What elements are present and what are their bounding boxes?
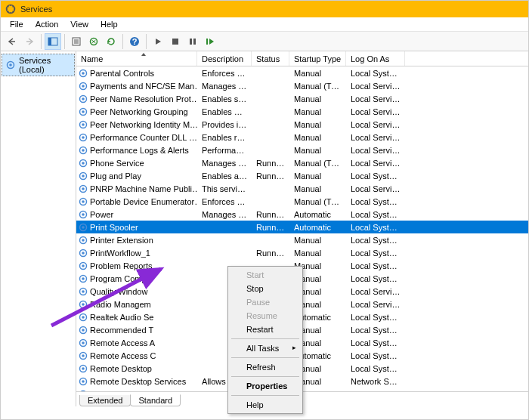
ctx-properties[interactable]: Properties [230, 379, 301, 393]
properties-button[interactable] [68, 33, 85, 50]
export-button[interactable] [85, 33, 102, 50]
ctx-separator [231, 357, 299, 358]
service-status [252, 72, 289, 75]
svg-point-29 [82, 149, 85, 152]
tree-services-local[interactable]: Services (Local) [2, 54, 75, 76]
column-header-name[interactable]: Name [76, 51, 197, 66]
service-row[interactable]: Parental ControlsEnforces pa…ManualLocal… [76, 66, 528, 79]
column-header-description[interactable]: Description [197, 51, 252, 66]
column-header-logon[interactable]: Log On As [346, 51, 405, 66]
right-pane: Name Description Status Startup Type Log… [76, 51, 528, 406]
service-row[interactable]: PNRP Machine Name Publi…This service …Ma… [76, 182, 528, 195]
svg-point-65 [82, 380, 85, 383]
start-service-button[interactable] [150, 33, 166, 50]
ctx-stop[interactable]: Stop [230, 282, 301, 295]
service-status [252, 85, 289, 88]
service-row[interactable]: Performance Counter DLL …Enables rem…Man… [76, 131, 528, 144]
service-description: Enforces pa… [197, 67, 252, 79]
service-logon: Local Service [346, 157, 405, 169]
service-row[interactable]: Print SpoolerRunningAutomaticLocal Syste… [76, 221, 528, 233]
menu-help[interactable]: Help [94, 18, 124, 30]
ctx-help[interactable]: Help [230, 398, 301, 412]
service-row[interactable]: Portable Device Enumerator…Enforces gr…M… [76, 195, 528, 208]
forward-button[interactable] [21, 33, 38, 50]
tab-standard[interactable]: Standard [130, 394, 181, 406]
gear-icon [78, 376, 88, 387]
svg-point-53 [82, 303, 85, 306]
gear-icon [78, 222, 88, 233]
service-logon: Local Syste… [346, 170, 405, 182]
column-header-status[interactable]: Status [252, 51, 289, 66]
pause-service-button[interactable] [184, 33, 201, 50]
show-tree-button[interactable] [45, 33, 61, 50]
service-logon: Local Syste… [346, 208, 405, 221]
service-row[interactable]: Peer Name Resolution Prot…Enables serv…M… [76, 92, 528, 105]
service-startup: Manual [289, 106, 346, 118]
svg-point-57 [82, 329, 85, 332]
service-name: Radio Managem [90, 300, 151, 309]
tab-extended[interactable]: Extended [79, 395, 131, 406]
refresh-button[interactable] [103, 33, 119, 50]
stop-service-button[interactable] [167, 33, 184, 50]
svg-point-21 [82, 97, 85, 100]
service-logon: Local Syste… [346, 273, 405, 285]
help-button[interactable]: ? [126, 33, 143, 50]
service-row[interactable]: Plug and PlayEnables a c…RunningManualLo… [76, 169, 528, 182]
ctx-refresh[interactable]: Refresh [230, 360, 301, 374]
menu-view[interactable]: View [64, 18, 94, 30]
tree-pane: Services (Local) [1, 51, 76, 406]
service-startup: Automatic [289, 208, 346, 221]
service-row[interactable]: Performance Logs & AlertsPerformanc…Manu… [76, 144, 528, 156]
service-row[interactable]: Printer ExtensionManualLocal Syste… [76, 233, 528, 246]
service-logon: Local Syste… [346, 234, 405, 246]
toolbar-separator [122, 34, 123, 49]
svg-point-25 [82, 123, 85, 126]
back-button[interactable] [4, 33, 20, 50]
svg-point-47 [82, 264, 85, 267]
service-row[interactable]: Peer Networking Identity M…Provides ide…… [76, 118, 528, 131]
service-description: Enables a c… [197, 170, 252, 182]
menu-action[interactable]: Action [29, 18, 65, 30]
gear-icon [78, 132, 88, 143]
service-startup: Manual [289, 247, 346, 259]
services-app-icon [5, 4, 16, 14]
services-tree-icon [5, 60, 16, 70]
service-logon: Local Service [346, 93, 405, 105]
service-startup: Manual [289, 119, 346, 131]
service-logon: Local Service [346, 144, 405, 156]
restart-service-button[interactable] [202, 33, 218, 50]
service-logon: Local Syste… [346, 311, 405, 323]
service-startup: Manual (Trig… [289, 196, 346, 208]
ctx-restart[interactable]: Restart [230, 323, 301, 336]
svg-point-51 [82, 290, 85, 293]
service-description: Enables rem… [197, 131, 252, 144]
svg-point-55 [82, 316, 85, 319]
service-name: Peer Networking Identity M… [90, 120, 197, 129]
svg-rect-10 [172, 39, 178, 45]
service-logon: Local Syste… [346, 363, 405, 375]
service-row[interactable]: Phone ServiceManages th…RunningManual (T… [76, 156, 528, 169]
service-row[interactable]: PrintWorkflow_1RunningManualLocal Syste… [76, 246, 528, 259]
service-row[interactable]: Payments and NFC/SE Man…Manages pa…Manua… [76, 79, 528, 92]
service-startup: Manual [289, 67, 346, 79]
service-logon: Local Service [346, 119, 405, 131]
service-row[interactable]: Peer Networking GroupingEnables mul…Manu… [76, 105, 528, 118]
svg-rect-12 [193, 39, 196, 45]
toolbar-separator [64, 34, 65, 49]
service-name: Payments and NFC/SE Man… [90, 82, 197, 91]
service-name: Realtek Audio Se [90, 313, 153, 322]
menu-file[interactable]: File [4, 18, 29, 30]
service-name: PNRP Machine Name Publi… [90, 184, 197, 193]
svg-point-61 [82, 354, 85, 357]
service-row[interactable]: PowerManages p…RunningAutomaticLocal Sys… [76, 208, 528, 221]
gear-icon [78, 248, 88, 258]
svg-point-37 [82, 200, 85, 203]
column-headers: Name Description Status Startup Type Log… [76, 51, 528, 66]
svg-point-63 [82, 367, 85, 370]
service-name: Peer Name Resolution Prot… [90, 94, 197, 103]
column-header-startup[interactable]: Startup Type [289, 51, 346, 66]
service-name: Problem Reports [90, 261, 153, 270]
service-description [197, 252, 252, 255]
ctx-all-tasks[interactable]: All Tasks [230, 341, 301, 355]
service-logon: Local Service [346, 131, 405, 144]
